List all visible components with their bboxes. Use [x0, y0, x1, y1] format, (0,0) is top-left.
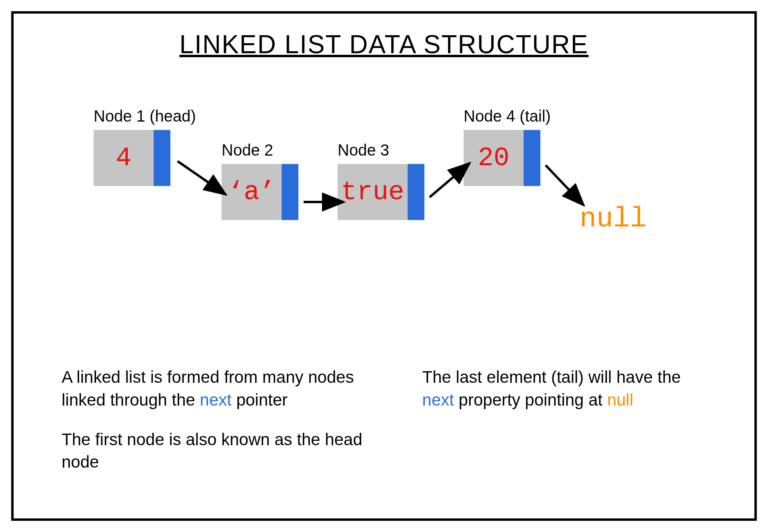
desc-right-p1: The last element (tail) will have the ne… — [422, 366, 706, 411]
node-3: Node 3 true — [338, 141, 424, 220]
diagram-frame: LINKED LIST DATA STRUCTURE Node 1 (head)… — [11, 11, 757, 521]
description-left: A linked list is formed from many nodes … — [62, 366, 374, 490]
node-3-data: true — [338, 164, 408, 220]
desc-left-p1: A linked list is formed from many nodes … — [62, 366, 374, 411]
arrow-4-null — [546, 165, 584, 205]
linked-list-diagram: Node 1 (head) 4 Node 2 ‘a’ Node 3 true N… — [26, 107, 742, 287]
desc-text: property pointing at — [454, 390, 607, 409]
node-2-label: Node 2 — [222, 141, 298, 159]
keyword-next: next — [200, 390, 232, 409]
desc-text: pointer — [232, 390, 288, 409]
node-1-box: 4 — [94, 130, 196, 186]
node-4-label: Node 4 (tail) — [464, 107, 551, 125]
node-2-data: ‘a’ — [222, 164, 282, 220]
node-1-data: 4 — [94, 130, 154, 186]
node-3-box: true — [338, 164, 424, 220]
node-2-box: ‘a’ — [222, 164, 298, 220]
node-1-label: Node 1 (head) — [94, 107, 196, 125]
node-4-box: 20 — [464, 130, 551, 186]
node-4-pointer — [524, 130, 540, 186]
keyword-next: next — [422, 390, 454, 409]
node-4: Node 4 (tail) 20 — [464, 107, 551, 186]
page-title: LINKED LIST DATA STRUCTURE — [26, 30, 742, 59]
desc-text: The last element (tail) will have the — [422, 368, 681, 386]
node-2-pointer — [282, 164, 298, 220]
keyword-null: null — [607, 390, 633, 409]
node-3-pointer — [408, 164, 424, 220]
node-1: Node 1 (head) 4 — [94, 107, 196, 186]
node-4-data: 20 — [464, 130, 524, 186]
node-3-label: Node 3 — [338, 141, 424, 159]
null-terminator: null — [580, 203, 647, 235]
node-2: Node 2 ‘a’ — [222, 141, 298, 220]
description-right: The last element (tail) will have the ne… — [422, 366, 706, 490]
description-area: A linked list is formed from many nodes … — [62, 366, 706, 490]
node-1-pointer — [154, 130, 170, 186]
desc-left-p2: The first node is also known as the head… — [62, 428, 374, 474]
